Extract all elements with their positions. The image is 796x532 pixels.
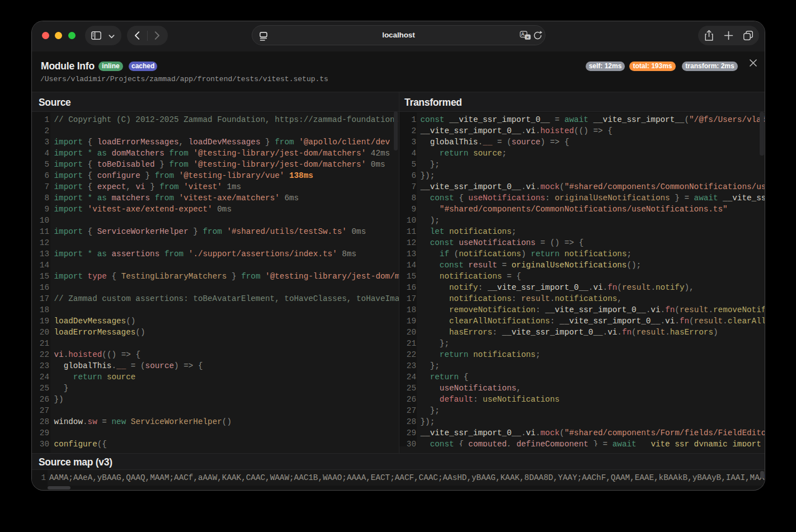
svg-text:×: × — [526, 35, 529, 40]
svg-text:A: A — [521, 31, 525, 37]
